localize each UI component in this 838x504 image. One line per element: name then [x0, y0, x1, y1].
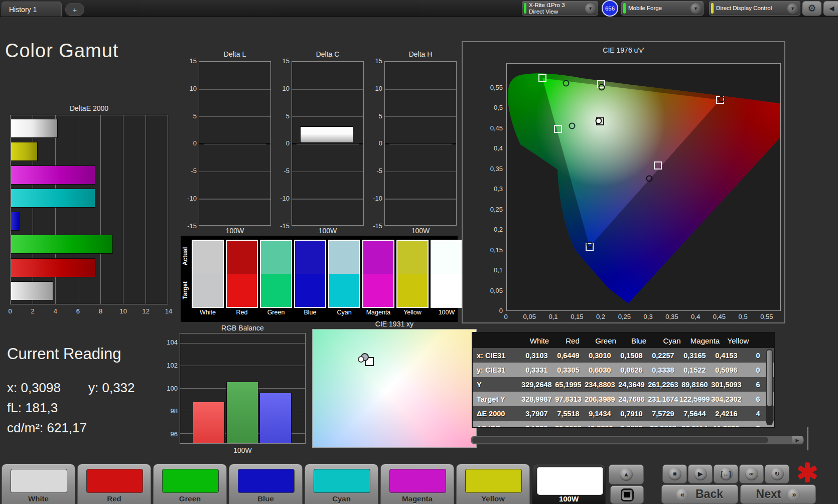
- settings-button[interactable]: ⚙: [802, 1, 821, 16]
- display-control-dropdown[interactable]: Direct Display Control ▼: [709, 1, 800, 16]
- column-header: Magenta: [688, 337, 722, 345]
- expand-up-button[interactable]: ▲: [609, 464, 644, 484]
- reading-cdm2: cd/m²: 621,17: [7, 420, 87, 436]
- patch-swatch: [537, 467, 603, 495]
- table-cell: 231,1674: [647, 395, 679, 403]
- column-header: White: [523, 337, 556, 345]
- axis-tick-label: 12: [139, 307, 153, 315]
- patch-button-magenta[interactable]: Magenta: [380, 464, 454, 504]
- table-cell: 89,8160: [679, 381, 711, 389]
- delta-c-y-axis: 151050-5-10-15: [270, 57, 290, 230]
- table-row: x: CIE31 0,31030,64490,30100,15080,22570…: [473, 348, 774, 363]
- patch-swatch: [86, 469, 143, 493]
- swatch-label: White: [192, 309, 224, 316]
- table-cell: 0,0626: [616, 366, 647, 374]
- table-cell: 304,2302: [711, 395, 742, 403]
- swatch-label: Yellow: [396, 309, 429, 316]
- measured-marker: [587, 242, 593, 248]
- continuous-button[interactable]: ∞: [739, 464, 764, 483]
- left-arrow-icon: ◀: [829, 5, 834, 12]
- next-chevron-icon: »: [788, 488, 800, 500]
- gridline: [180, 366, 305, 366]
- collapse-panel-button[interactable]: ◀: [823, 1, 838, 16]
- table-cell: 97,8313: [552, 395, 584, 403]
- play-button[interactable]: ▶: [688, 464, 713, 483]
- bar-cyan: [11, 189, 95, 208]
- patch-swatch: [465, 469, 522, 493]
- bar-magenta: [11, 165, 95, 185]
- axis-tick-label: 0,3: [637, 313, 660, 320]
- patch-button-green[interactable]: Green: [153, 464, 227, 504]
- back-chevron-icon: «: [676, 488, 688, 500]
- reading-x: x: 0,3098: [7, 380, 61, 396]
- table-vertical-scrollbar[interactable]: [766, 349, 773, 425]
- patch-button-blue[interactable]: Blue: [229, 464, 303, 504]
- patch-button-yellow[interactable]: Yellow: [456, 464, 530, 504]
- table-cell: 234,8803: [584, 381, 616, 389]
- patch-button-100w[interactable]: 100W: [532, 464, 606, 504]
- axis-tick-label: 0,05: [490, 287, 503, 294]
- calman-asterisk-logo: [797, 462, 818, 483]
- swatch-label: 100W: [431, 309, 463, 316]
- patch-button-red[interactable]: Red: [77, 464, 151, 504]
- row-label: ΔE 2000: [473, 410, 521, 418]
- tab-history-1[interactable]: History 1: [2, 2, 62, 17]
- table-cell: 65,1995: [552, 381, 584, 389]
- square-icon: [621, 488, 634, 501]
- rgb-bar-green: [226, 382, 258, 443]
- axis-tick-label: 0,15: [490, 246, 503, 254]
- table-cell: 7,5518: [552, 410, 584, 418]
- axis-tick-label: -10: [373, 195, 382, 202]
- scroll-right-button[interactable]: ▶: [792, 436, 803, 444]
- chevron-down-icon: ▼: [787, 3, 798, 14]
- axis-tick-label: 0,5: [732, 313, 755, 320]
- interval-button[interactable]: [↔]: [714, 464, 738, 483]
- control-label: Direct Display Control: [716, 5, 772, 12]
- delta-l-y-axis: 151050-5-10-15: [178, 57, 197, 230]
- source-dropdown[interactable]: Mobile Forge ▼: [621, 1, 704, 16]
- back-button[interactable]: « Back: [661, 484, 738, 504]
- axis-tick-label: 15: [190, 57, 197, 65]
- table-cell: 329,2648: [521, 381, 552, 389]
- pane-divider: [807, 427, 808, 450]
- table-cell: 122,5999: [679, 395, 711, 403]
- table-cell: 2,4216: [711, 410, 742, 418]
- color-swatch: [192, 240, 224, 308]
- meter-dropdown[interactable]: X-Rite i1Pro 3 Direct View ▼: [522, 1, 598, 16]
- deltae2000-x-axis: 02468101214: [3, 307, 176, 315]
- table-cell: 24,3649: [616, 381, 647, 389]
- swatch-label: Magenta: [362, 309, 394, 316]
- axis-tick-label: 98: [171, 407, 178, 415]
- axis-tick-label: 5: [379, 112, 382, 120]
- target-color: [363, 274, 393, 307]
- table-row: ΔE ITP 3,133020,000643,88003,768037,3707…: [473, 421, 774, 428]
- target-color: [261, 274, 291, 307]
- axis-tick-label: 0,3: [494, 185, 503, 193]
- reading-fl: fL: 181,3: [7, 400, 58, 416]
- patch-button-cyan[interactable]: Cyan: [305, 464, 378, 504]
- add-tab-button[interactable]: +: [65, 3, 84, 16]
- axis-tick-label: 0,15: [566, 313, 589, 320]
- stop-button[interactable]: ■: [662, 464, 687, 483]
- axis-tick-label: 0: [193, 139, 197, 147]
- table-cell: 0,5096: [711, 366, 742, 374]
- measurement-table: WhiteRedGreenBlueCyanMagentaYellow x: CI…: [472, 332, 775, 428]
- horizontal-scrollbar-thumb[interactable]: [472, 437, 768, 443]
- patch-button-white[interactable]: White: [2, 464, 75, 504]
- scrollbar-thumb[interactable]: [767, 350, 772, 406]
- gridline: [180, 343, 305, 344]
- table-cell: 37,3707: [647, 424, 679, 428]
- axis-tick-label: 0,55: [490, 84, 503, 91]
- column-header: Cyan: [655, 337, 688, 345]
- zero-line: [292, 143, 363, 144]
- patch-swatch: [314, 469, 370, 493]
- pattern-window-button[interactable]: [610, 485, 644, 504]
- refresh-button[interactable]: ↻: [765, 464, 789, 483]
- next-button[interactable]: Next »: [740, 484, 816, 504]
- table-cell: 20,0006: [552, 424, 584, 428]
- table-cell: 24,7686: [616, 395, 647, 403]
- axis-tick-label: 5: [286, 112, 290, 120]
- patch-swatch: [162, 469, 219, 493]
- table-cell: 33,9114: [679, 424, 711, 428]
- page-title: Color Gamut: [5, 40, 118, 62]
